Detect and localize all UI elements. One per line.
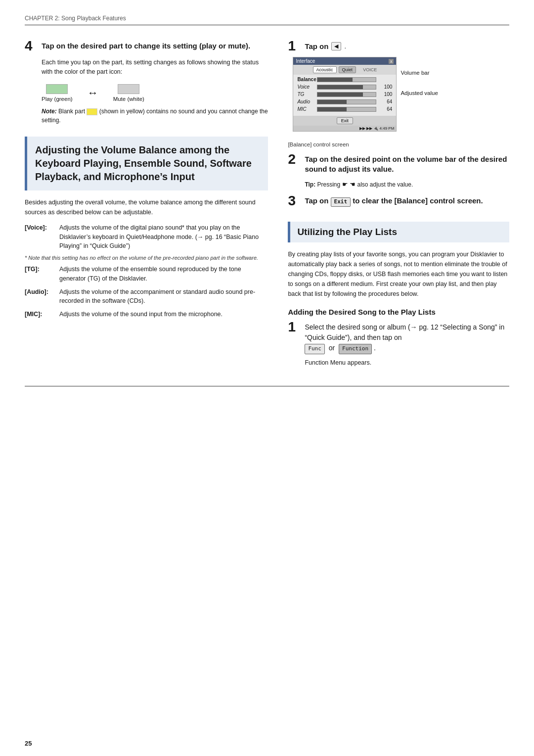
bs-tg-fill bbox=[317, 93, 363, 96]
play-mute-icons: Play (green) ↔ Mute (white) bbox=[42, 84, 268, 102]
bs-tab-acoustic[interactable]: Acoustic bbox=[313, 66, 337, 73]
or-text: or bbox=[329, 344, 335, 352]
balance-screen-wrapper: Interface x Acoustic Quiet VOICE Balance bbox=[293, 57, 397, 136]
page-number: 25 bbox=[25, 740, 32, 747]
right-step3-number: 3 bbox=[288, 194, 300, 208]
play-icon-box: Play (green) bbox=[42, 84, 73, 102]
small-speaker-btn[interactable]: ◀ bbox=[331, 42, 341, 50]
bs-tg-val: 100 bbox=[378, 92, 392, 97]
function-btn[interactable]: Function bbox=[339, 344, 372, 354]
yellow-blank-icon bbox=[87, 108, 97, 115]
tip-also-text: also adjust the value. bbox=[357, 181, 413, 188]
func-btn[interactable]: Func bbox=[305, 344, 325, 354]
step4-heading: 4 Tap on the desired part to change its … bbox=[25, 39, 268, 53]
tip-box: Tip: Pressing ☛ ☚ also adjust the value. bbox=[305, 180, 509, 189]
bs-row-tg: TG 100 bbox=[297, 92, 392, 97]
bs-mic-val: 64 bbox=[378, 106, 392, 112]
bs-titlebar: Interface x bbox=[293, 57, 396, 65]
bs-exit-btn[interactable]: Exit bbox=[337, 117, 353, 124]
step4-body-text: Each time you tap on the part, its setti… bbox=[42, 59, 259, 75]
bs-footer: Exit bbox=[293, 116, 396, 126]
term-list: [Voice]: Adjusts the volume of the digit… bbox=[25, 223, 268, 319]
bs-tg-bar[interactable] bbox=[317, 92, 376, 97]
term-voice-desc: Adjusts the volume of the digital piano … bbox=[59, 223, 268, 251]
page-divider bbox=[25, 386, 509, 386]
note-box: Note: Blank part (shown in yellow) conta… bbox=[42, 107, 268, 125]
section-heading-box: Adjusting the Volume Balance among the K… bbox=[25, 137, 268, 190]
bs-voice-fill bbox=[317, 85, 363, 89]
step3-exit-btn[interactable]: Exit bbox=[331, 197, 351, 207]
playlist-step1-body: Select the desired song or album (→ pg. … bbox=[305, 320, 509, 354]
bs-mic-fill bbox=[317, 107, 347, 111]
adjusted-value-label: Adjusted value bbox=[400, 88, 438, 98]
bs-audio-val: 64 bbox=[378, 99, 392, 104]
step3-pre-text: Tap on bbox=[305, 196, 328, 205]
term-mic-desc: Adjusts the volume of the sound input fr… bbox=[59, 310, 268, 319]
right-step3-heading: 3 Tap on Exit to clear the [Balance] con… bbox=[288, 194, 509, 208]
period-text: . bbox=[374, 344, 376, 352]
term-tg-desc: Adjusts the volume of the ensemble sound… bbox=[59, 265, 268, 284]
left-column: 4 Tap on the desired part to change its … bbox=[25, 39, 268, 366]
arrow-icon: ↔ bbox=[88, 87, 98, 99]
bs-tg-label: TG bbox=[297, 92, 315, 97]
right-step2-number: 2 bbox=[288, 152, 300, 166]
note-label: Note: bbox=[42, 108, 57, 115]
play-icon bbox=[46, 84, 68, 94]
bs-close-btn[interactable]: x bbox=[389, 59, 394, 64]
term-audio-desc: Adjusts the volume of the accompaniment … bbox=[59, 287, 268, 306]
bs-volume-label: VOICE bbox=[363, 67, 377, 72]
bs-balance-fill bbox=[317, 78, 353, 82]
bs-audio-bar[interactable] bbox=[317, 99, 376, 104]
step4-number: 4 bbox=[25, 39, 37, 53]
utilizing-section-intro: By creating play lists of your favorite … bbox=[288, 249, 509, 299]
step4-title: Tap on the desired part to change its se… bbox=[42, 39, 250, 51]
bs-tab-quiet[interactable]: Quiet bbox=[339, 66, 356, 73]
bs-status-bar: ▶▶ ▶▶ 🔌 4:49 PM bbox=[293, 126, 396, 131]
right-step1-heading: 1 Tap on ◀ . bbox=[288, 39, 509, 53]
bs-mic-label: MIC bbox=[297, 106, 315, 112]
balance-screen-area: Interface x Acoustic Quiet VOICE Balance bbox=[288, 57, 509, 139]
term-mic: [MIC]: Adjusts the volume of the sound i… bbox=[25, 310, 268, 319]
bs-audio-fill bbox=[317, 100, 347, 104]
hand-icon: ☛ ☚ bbox=[342, 180, 356, 189]
bs-voice-label: Voice bbox=[297, 84, 315, 90]
bs-body: Balance Voice bbox=[293, 75, 396, 116]
balance-screen: Interface x Acoustic Quiet VOICE Balance bbox=[293, 57, 397, 132]
page: CHAPTER 2: Song Playback Features 4 Tap … bbox=[0, 0, 534, 756]
bs-mic-bar[interactable] bbox=[317, 107, 376, 112]
section-heading: Adjusting the Volume Balance among the K… bbox=[35, 143, 260, 184]
play-label: Play (green) bbox=[42, 96, 73, 102]
chapter-header-text: CHAPTER 2: Song Playback Features bbox=[25, 15, 126, 22]
bs-row-audio: Audio 64 bbox=[297, 99, 392, 104]
tap-on-text: Tap on bbox=[305, 42, 328, 50]
bs-balance-label: Balance bbox=[297, 77, 315, 82]
right-step1-number: 1 bbox=[288, 39, 300, 53]
tap-on-dot: . bbox=[344, 43, 346, 50]
bs-sub-header: Acoustic Quiet VOICE bbox=[293, 65, 396, 75]
bs-title-text: Interface bbox=[296, 58, 315, 64]
bs-voice-bar[interactable] bbox=[317, 85, 376, 90]
chapter-header: CHAPTER 2: Song Playback Features bbox=[25, 15, 509, 25]
mute-icon bbox=[118, 84, 139, 94]
mute-label: Mute (white) bbox=[113, 96, 144, 102]
term-voice-label: [Voice]: bbox=[25, 223, 59, 233]
right-column: 1 Tap on ◀ . Interface x Acou bbox=[288, 39, 509, 366]
term-tg-label: [TG]: bbox=[25, 265, 59, 274]
term-voice: [Voice]: Adjusts the volume of the digit… bbox=[25, 223, 268, 251]
bs-balance-bar[interactable] bbox=[317, 77, 376, 82]
bs-voice-val: 100 bbox=[378, 84, 392, 90]
term-mic-label: [MIC]: bbox=[25, 310, 59, 319]
subsection-heading: Adding the Desired Song to the Play List… bbox=[288, 308, 509, 316]
volume-bar-label: Volume bar bbox=[400, 68, 438, 78]
utilizing-section-heading-box: Utilizing the Play Lists bbox=[288, 222, 509, 242]
bs-row-balance: Balance bbox=[297, 77, 392, 82]
annotation-lines: Volume bar Adjusted value bbox=[400, 57, 438, 98]
term-tg: [TG]: Adjusts the volume of the ensemble… bbox=[25, 265, 268, 284]
tip-label: Tip: bbox=[305, 181, 315, 188]
step4-body: Each time you tap on the part, its setti… bbox=[42, 58, 268, 77]
term-audio-label: [Audio]: bbox=[25, 287, 59, 297]
bs-row-voice: Voice 100 bbox=[297, 84, 392, 90]
bs-status-icons: ▶▶ ▶▶ 🔌 4:49 PM bbox=[359, 126, 394, 131]
right-step2-heading: 2 Tap on the desired point on the volume… bbox=[288, 152, 509, 175]
playlist-step1-text: Select the desired song or album (→ pg. … bbox=[305, 323, 504, 341]
